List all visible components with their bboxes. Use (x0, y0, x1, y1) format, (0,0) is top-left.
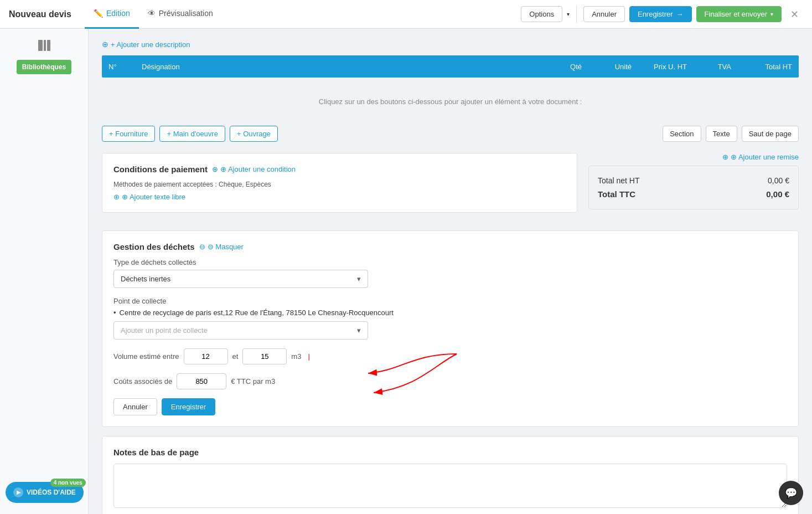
tab-edition[interactable]: ✏️ Edition (85, 0, 139, 29)
remise-link-container: ⊕ Ajouter une remise (588, 153, 799, 161)
notes-title: Notes de bas de page (113, 448, 787, 457)
add-remise-link[interactable]: ⊕ Ajouter une remise (722, 153, 799, 161)
add-main-doeuvre-button[interactable]: + Main d'oeuvre (159, 126, 225, 142)
notes-section: Notes de bas de page (102, 436, 799, 514)
masquer-link[interactable]: ⊖ Masquer (199, 243, 244, 251)
add-texte-libre-link[interactable]: ⊕ Ajouter texte libre (113, 193, 185, 201)
finaliser-dropdown-icon: ▾ (770, 11, 773, 17)
cout-label: Coûts associés de (113, 377, 172, 386)
topbar-actions: Options ▾ Annuler Enregistrer → Finalise… (521, 6, 803, 23)
video-help-button[interactable]: ▶ VIDÉOS D'AIDE 4 non vues (6, 482, 84, 503)
totals-area: ⊕ Ajouter une remise Total net HT 0,00 €… (588, 153, 799, 209)
svg-rect-0 (38, 40, 43, 51)
volume-annotation-area: Volume estimé entre et m3 | (113, 348, 787, 364)
saut-page-button[interactable]: Saut de page (742, 126, 799, 142)
add-description-link[interactable]: + Ajouter une description (102, 40, 190, 49)
annuler-button[interactable]: Annuler (583, 6, 625, 22)
cost-row: Coûts associés de € TTC par m3 (113, 373, 787, 389)
tab-preview[interactable]: 👁 Prévisualisation (139, 0, 222, 29)
empty-state: Cliquez sur un des boutons ci-dessous po… (102, 86, 799, 117)
volume-row: Volume estimé entre et m3 | (113, 348, 787, 364)
sidebar: Bibliothèques (0, 29, 89, 514)
chat-button[interactable]: 💬 (779, 481, 803, 505)
close-button[interactable]: ✕ (786, 6, 803, 23)
payment-methods: Méthodes de paiement acceptées : Chèque,… (113, 181, 566, 188)
structure-buttons: Section Texte Saut de page (663, 126, 799, 142)
cout-unit: € TTC par m3 (231, 377, 275, 386)
payment-section: Conditions de paiement ⊕ Ajouter une con… (102, 153, 577, 213)
svg-rect-2 (47, 40, 50, 51)
bibliotheques-button[interactable]: Bibliothèques (17, 60, 71, 74)
svg-rect-1 (44, 40, 46, 51)
texte-button[interactable]: Texte (706, 126, 737, 142)
total-net-ht-row: Total net HT 0,00 € (598, 174, 789, 187)
eye-icon: 👁 (148, 9, 156, 18)
payment-totals-area: Conditions de paiement ⊕ Ajouter une con… (102, 153, 799, 222)
save-icon: → (676, 10, 684, 18)
section-button[interactable]: Section (663, 126, 701, 142)
type-label: Type de déchets collectés (113, 258, 787, 266)
main-content: + Ajouter une description N° Désignation… (89, 29, 812, 514)
volume-indicator: | (308, 352, 309, 361)
collecte-select[interactable]: Ajouter un point de collecte ▾ (113, 321, 368, 340)
waste-action-buttons: Annuler Enregistrer (113, 398, 787, 415)
volume-label: Volume estimé entre (113, 352, 179, 361)
library-icon (34, 35, 54, 55)
volume-unit: m3 (291, 352, 301, 361)
enregistrer-button[interactable]: Enregistrer → (629, 6, 692, 22)
pencil-icon: ✏️ (94, 9, 103, 18)
collecte-address: Centre de recyclage de paris est,12 Rue … (113, 309, 787, 317)
chat-widget: 💬 (779, 481, 803, 505)
totals-box: Total net HT 0,00 € Total TTC 0,00 € (588, 166, 799, 209)
video-help-widget: ▶ VIDÉOS D'AIDE 4 non vues (6, 482, 84, 503)
video-badge: 4 non vues (50, 479, 86, 487)
table-header: N° Désignation Qté Unité Prix U. HT TVA … (102, 55, 799, 78)
tab-bar: ✏️ Edition 👁 Prévisualisation (85, 0, 222, 29)
cout-input[interactable] (177, 373, 226, 389)
volume-min-input[interactable] (184, 348, 228, 364)
page-title: Nouveau devis (9, 9, 71, 19)
add-ouvrage-button[interactable]: + Ouvrage (230, 126, 278, 142)
waste-enregistrer-button[interactable]: Enregistrer (162, 398, 216, 415)
topbar: Nouveau devis ✏️ Edition 👁 Prévisualisat… (0, 0, 812, 29)
payment-title: Conditions de paiement ⊕ Ajouter une con… (113, 165, 566, 174)
action-buttons-row: + Fourniture + Main d'oeuvre + Ouvrage S… (102, 126, 799, 142)
add-condition-link[interactable]: ⊕ Ajouter une condition (212, 165, 296, 173)
options-button[interactable]: Options (521, 6, 562, 22)
notes-textarea[interactable] (113, 464, 787, 508)
finaliser-button[interactable]: Finaliser et envoyer ▾ (696, 6, 782, 22)
options-dropdown-icon[interactable]: ▾ (567, 11, 570, 17)
type-select-arrow: ▾ (357, 275, 361, 283)
waste-title: Gestion des déchets ⊖ Masquer (113, 242, 787, 251)
add-item-buttons: + Fourniture + Main d'oeuvre + Ouvrage (102, 126, 278, 142)
collecte-select-arrow: ▾ (357, 326, 361, 335)
play-icon: ▶ (13, 487, 23, 497)
volume-max-input[interactable] (242, 348, 287, 364)
total-ttc-row: Total TTC 0,00 € (598, 187, 789, 201)
waste-annuler-button[interactable]: Annuler (113, 398, 157, 415)
divider (576, 6, 577, 23)
type-select[interactable]: Déchets inertes ▾ (113, 270, 368, 288)
volume-et: et (232, 352, 239, 361)
collecte-label: Point de collecte (113, 297, 787, 305)
waste-section: Gestion des déchets ⊖ Masquer Type de dé… (102, 230, 799, 427)
add-fourniture-button[interactable]: + Fourniture (102, 126, 155, 142)
